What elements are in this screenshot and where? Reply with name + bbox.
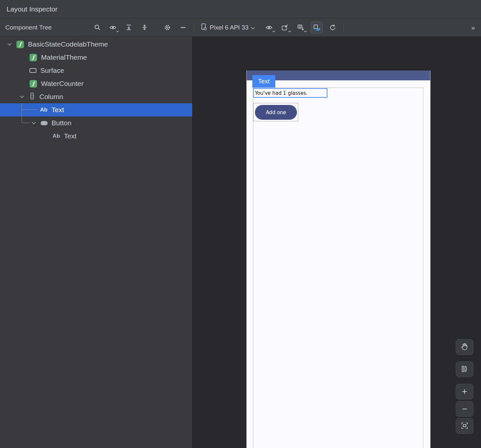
tree-node-label: Button: [52, 119, 72, 127]
tree-node-button[interactable]: Button: [0, 116, 192, 130]
chevron-down-icon: [304, 31, 307, 32]
minus-icon: [180, 24, 186, 31]
tree-node-label: Surface: [40, 67, 64, 74]
rendered-button-label: Add one: [266, 110, 286, 115]
device-render-area[interactable]: Text You've had 1 glasses. Add one: [193, 37, 481, 448]
component-tree-panel: ƒ BasicStateCodelabTheme ƒ MaterialTheme…: [0, 37, 193, 448]
tree-node-label: Column: [39, 93, 63, 101]
selected-text-highlight[interactable]: You've had 1 glasses.: [253, 88, 327, 98]
column-bounds-outline: [253, 88, 423, 448]
rendered-add-one-button[interactable]: Add one: [255, 105, 297, 120]
tree-guide-line: [22, 103, 22, 123]
device-screen-content[interactable]: Text You've had 1 glasses. Add one: [247, 80, 430, 448]
search-button[interactable]: [92, 22, 103, 33]
hand-icon: [460, 342, 469, 352]
take-snapshot-icon: [281, 24, 288, 31]
search-icon: [94, 24, 101, 31]
content-area: ƒ BasicStateCodelabTheme ƒ MaterialTheme…: [0, 37, 481, 448]
toolbar-overflow-button[interactable]: »: [469, 23, 477, 32]
chevron-down-icon: [272, 31, 275, 32]
zoom-to-fit-button[interactable]: [456, 418, 473, 434]
text-icon: Ab: [52, 133, 60, 139]
chevron-down-icon: [116, 31, 119, 32]
tree-node-text-child[interactable]: Ab Text: [0, 130, 192, 143]
text-icon: Ab: [40, 107, 48, 113]
plus-icon: +: [462, 387, 467, 396]
chevron-down-icon: [251, 24, 255, 31]
device-selector[interactable]: Pixel 6 API 33: [197, 22, 258, 33]
tree-node-label: Text: [52, 106, 64, 114]
toolbar: Component Tree: [0, 18, 481, 37]
tree-node-label: Text: [64, 132, 77, 140]
eye-icon: [265, 24, 273, 31]
tree-node-watercounter[interactable]: ƒ WaterCounter: [0, 77, 192, 90]
toolbar-separator: [194, 23, 194, 32]
component-tree-title: Component Tree: [5, 24, 92, 31]
toolbar-separator: [344, 23, 344, 32]
refresh-button[interactable]: [327, 22, 338, 33]
button-icon: [41, 121, 48, 125]
live-updates-toggle[interactable]: [311, 22, 323, 33]
rendered-text: You've had 1 glasses.: [254, 90, 307, 96]
live-updates-icon: [313, 24, 320, 31]
collapse-all-icon: [141, 24, 148, 31]
settings-button[interactable]: [162, 22, 173, 33]
device-screen[interactable]: Text You've had 1 glasses. Add one: [246, 71, 430, 448]
render-view-options-button[interactable]: [263, 22, 275, 33]
tree-node-text-selected[interactable]: Ab Text: [0, 103, 192, 116]
tree-guide-line: [22, 110, 37, 110]
tree-node-label: BasicStateCodelabTheme: [28, 40, 108, 48]
composable-icon: ƒ: [30, 54, 37, 61]
gear-icon: [164, 24, 171, 31]
button-bounds-outline: Add one: [253, 103, 298, 121]
tree-node-label: WaterCounter: [41, 80, 84, 88]
device-phone-icon: [200, 23, 207, 32]
window-title-bar: Layout Inspector: [0, 0, 481, 18]
chevron-down-icon[interactable]: [7, 41, 12, 47]
selection-label-tag: Text: [252, 75, 275, 88]
pan-mode-button[interactable]: [456, 339, 473, 355]
zoom-out-button[interactable]: −: [456, 401, 473, 417]
view-options-button[interactable]: [107, 22, 118, 33]
tree-node-surface[interactable]: Surface: [0, 64, 192, 77]
export-snapshot-icon: [297, 24, 304, 31]
composable-icon: ƒ: [16, 41, 24, 48]
layers-3d-icon: [460, 365, 469, 374]
tree-node-basicstatecodelabtheme[interactable]: ƒ BasicStateCodelabTheme: [0, 38, 192, 51]
eye-icon: [109, 24, 116, 31]
layout-inspector-window: Layout Inspector Component Tree: [0, 0, 481, 448]
minus-icon: −: [462, 404, 467, 414]
tree-guide-line: [22, 123, 29, 123]
surface-icon: [30, 68, 36, 73]
chevron-down-icon: [288, 31, 291, 32]
chevron-down-icon[interactable]: [31, 120, 37, 126]
collapse-all-button[interactable]: [139, 22, 150, 33]
export-snapshot-button[interactable]: [295, 22, 306, 33]
column-icon: [29, 92, 35, 101]
tree-node-column[interactable]: Column: [0, 90, 192, 103]
chevron-down-icon[interactable]: [19, 94, 25, 100]
hide-panel-button[interactable]: [178, 22, 189, 33]
zoom-in-button[interactable]: +: [456, 384, 473, 399]
expand-all-icon: [125, 24, 132, 31]
tree-node-label: MaterialTheme: [41, 53, 87, 61]
fit-screen-icon: [460, 421, 469, 431]
composable-icon: ƒ: [30, 80, 37, 88]
3d-mode-button[interactable]: [456, 361, 473, 377]
take-snapshot-button[interactable]: [279, 22, 290, 33]
device-selector-label: Pixel 6 API 33: [210, 24, 248, 31]
tree-node-materialtheme[interactable]: ƒ MaterialTheme: [0, 51, 192, 64]
window-title: Layout Inspector: [7, 5, 57, 13]
expand-all-button[interactable]: [123, 22, 134, 33]
refresh-icon: [329, 24, 336, 31]
